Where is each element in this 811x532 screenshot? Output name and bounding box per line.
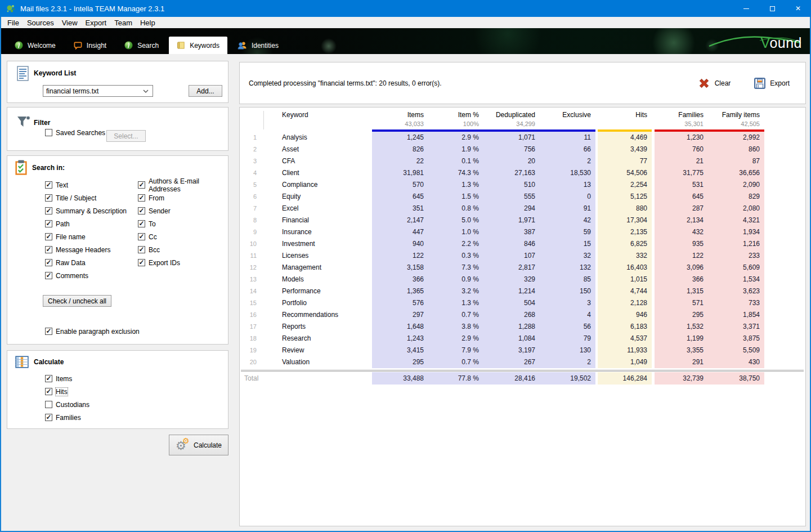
- calculate-button[interactable]: ⚙⚙ Calculate: [169, 435, 228, 455]
- table-row[interactable]: 4 Client 31,981 74.3 % 27,163 18,530 54,…: [241, 167, 764, 179]
- table-row[interactable]: 17 Reports 1,648 3.8 % 1,288 56 6,183 1,…: [241, 321, 764, 333]
- checkbox[interactable]: [45, 181, 52, 189]
- select-button[interactable]: Select...: [106, 130, 146, 142]
- tab-keywords[interactable]: Keywords: [169, 37, 227, 54]
- column-header-item-pct[interactable]: Item %100%: [428, 111, 483, 129]
- column-header-deduplicated[interactable]: Deduplicated34,299: [483, 111, 540, 129]
- table-row[interactable]: 5 Compliance 570 1.3 % 510 13 2,254 531 …: [241, 179, 764, 191]
- column-header-family-items[interactable]: Family items42,505: [708, 111, 764, 129]
- maximize-button[interactable]: [759, 0, 785, 17]
- minimize-button[interactable]: [733, 0, 759, 17]
- search-in-option[interactable]: File name: [45, 230, 127, 243]
- search-in-option[interactable]: Authors & E-mail Addresses: [138, 178, 228, 191]
- table-row[interactable]: 3 CFA 22 0.1 % 20 2 77 21 87: [241, 155, 764, 167]
- keyword-cell: Asset: [264, 144, 372, 155]
- checkbox[interactable]: [45, 272, 52, 279]
- table-row[interactable]: 2 Asset 826 1.9 % 756 66 3,439 760 860: [241, 144, 764, 155]
- checkbox[interactable]: [45, 259, 52, 266]
- checkbox[interactable]: [45, 328, 52, 335]
- search-in-option[interactable]: To: [138, 217, 228, 230]
- column-header-hits[interactable]: Hits: [595, 111, 652, 129]
- table-row[interactable]: 15 Portfolio 576 1.3 % 504 3 2,128 571 7…: [241, 297, 764, 309]
- tab-insight[interactable]: Insight: [66, 37, 114, 54]
- checkbox[interactable]: [45, 375, 52, 382]
- menu-item[interactable]: Help: [136, 17, 159, 28]
- checkbox[interactable]: [138, 246, 145, 253]
- checkbox-label: Cc: [149, 233, 157, 241]
- checkbox[interactable]: [45, 194, 52, 202]
- table-row[interactable]: 8 Financial 2,147 5.0 % 1,971 42 17,304 …: [241, 214, 764, 226]
- checkbox-label: Families: [56, 414, 81, 422]
- checkbox[interactable]: [45, 207, 52, 214]
- check-uncheck-all-button[interactable]: Check / uncheck all: [43, 295, 111, 307]
- table-row[interactable]: 13 Models 366 0.9 % 329 85 1,015 366 1,5…: [241, 274, 764, 285]
- search-in-option[interactable]: Raw Data: [45, 256, 127, 269]
- search-in-option[interactable]: From: [138, 191, 228, 204]
- search-orb-icon: [124, 41, 133, 50]
- checkbox[interactable]: [45, 414, 52, 421]
- menu-item[interactable]: View: [58, 17, 82, 28]
- table-row[interactable]: 18 Research 1,243 2.9 % 1,084 79 4,537 1…: [241, 333, 764, 345]
- column-header-items[interactable]: Items43,033: [372, 111, 428, 129]
- search-in-option[interactable]: Text: [45, 178, 127, 191]
- checkbox[interactable]: [45, 246, 52, 253]
- checkbox[interactable]: [45, 233, 52, 240]
- search-in-option[interactable]: Title / Subject: [45, 191, 127, 204]
- checkbox[interactable]: [138, 181, 145, 189]
- total-families: 32,739: [652, 372, 708, 385]
- column-header-exclusive[interactable]: Exclusive: [540, 111, 595, 129]
- menu-item[interactable]: Sources: [23, 17, 58, 28]
- column-header-families[interactable]: Families35,301: [652, 111, 708, 129]
- table-row[interactable]: 19 Review 3,415 7.9 % 3,197 130 11,933 3…: [241, 345, 764, 356]
- menu-item[interactable]: File: [3, 17, 23, 28]
- search-in-option[interactable]: Summary & Description: [45, 204, 127, 217]
- checkbox[interactable]: [138, 233, 145, 240]
- exclusive-cell: 2: [540, 155, 595, 167]
- checkbox[interactable]: [138, 207, 145, 214]
- search-in-option[interactable]: Message Headers: [45, 243, 127, 256]
- checkbox[interactable]: [45, 220, 52, 227]
- tab-identities[interactable]: Identities: [230, 37, 286, 54]
- keyword-cell: Compliance: [264, 179, 372, 191]
- table-row[interactable]: 12 Management 3,158 7.3 % 2,817 132 16,4…: [241, 262, 764, 274]
- calculate-option[interactable]: Hits: [45, 385, 89, 398]
- checkbox[interactable]: [45, 388, 52, 395]
- menu-item[interactable]: Team: [110, 17, 136, 28]
- checkbox[interactable]: [138, 194, 145, 202]
- table-row[interactable]: 14 Performance 1,365 3.2 % 1,214 150 4,7…: [241, 285, 764, 297]
- saved-searches-checkbox[interactable]: Saved Searches: [45, 126, 105, 139]
- search-in-option[interactable]: Sender: [138, 204, 228, 217]
- search-in-option[interactable]: Comments: [45, 269, 127, 282]
- clear-button[interactable]: Clear: [698, 77, 731, 90]
- checkbox[interactable]: [138, 259, 145, 266]
- menu-item[interactable]: Export: [82, 17, 111, 28]
- deduplicated-cell: 1,084: [483, 333, 540, 345]
- checkbox[interactable]: [45, 401, 52, 408]
- search-in-option[interactable]: Bcc: [138, 243, 228, 256]
- calculate-option[interactable]: Custodians: [45, 398, 89, 411]
- search-in-option[interactable]: Export IDs: [138, 256, 228, 269]
- calculate-option[interactable]: Families: [45, 411, 89, 424]
- table-row[interactable]: 1 Analysis 1,245 2.9 % 1,071 11 4,469 1,…: [241, 132, 764, 144]
- calculate-option[interactable]: Items: [45, 372, 89, 385]
- search-in-option[interactable]: Cc: [138, 230, 228, 243]
- paragraph-exclusion-checkbox[interactable]: Enable paragraph exclusion: [45, 325, 140, 338]
- table-row[interactable]: 10 Investment 940 2.2 % 846 15 6,825 935…: [241, 238, 764, 250]
- table-row[interactable]: 9 Insurance 447 1.0 % 387 59 2,135 432 1…: [241, 226, 764, 238]
- checkbox[interactable]: [138, 220, 145, 227]
- tab-search[interactable]: Search: [117, 37, 167, 54]
- keyword-list-dropdown[interactable]: financial terms.txt: [43, 85, 153, 97]
- export-button[interactable]: Export: [754, 78, 790, 89]
- total-deduplicated: 28,416: [483, 372, 540, 385]
- tab-welcome[interactable]: Welcome: [7, 37, 64, 54]
- search-in-option[interactable]: Path: [45, 217, 127, 230]
- column-header-keyword[interactable]: Keyword: [264, 111, 372, 129]
- table-row[interactable]: 6 Equity 645 1.5 % 555 0 5,125 645 829: [241, 191, 764, 203]
- table-row[interactable]: 16 Recommendations 297 0.7 % 268 4 946 2…: [241, 309, 764, 321]
- close-button[interactable]: ✕: [785, 0, 811, 17]
- table-row[interactable]: 20 Valuation 295 0.7 % 267 2 1,049 291 4…: [241, 356, 764, 368]
- table-row[interactable]: 7 Excel 351 0.8 % 294 91 880 287 2,080: [241, 203, 764, 214]
- add-button[interactable]: Add...: [189, 85, 222, 97]
- table-row[interactable]: 11 Licenses 122 0.3 % 107 32 332 122 233: [241, 250, 764, 262]
- checkbox[interactable]: [45, 129, 52, 136]
